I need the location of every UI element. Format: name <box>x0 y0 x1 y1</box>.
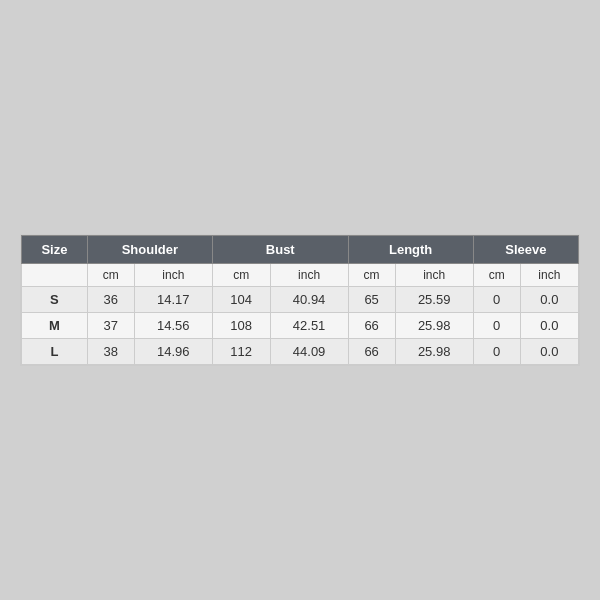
shoulder-cm-cell: 37 <box>87 313 134 339</box>
length-cm-header: cm <box>348 264 395 287</box>
table-row: S3614.1710440.946525.5900.0 <box>22 287 579 313</box>
shoulder-cm-header: cm <box>87 264 134 287</box>
length-inch-cell: 25.98 <box>395 339 473 365</box>
size-chart-container: Size Shoulder Bust Length Sleeve cm inch… <box>20 234 580 366</box>
bust-cm-header: cm <box>212 264 270 287</box>
size-chart-table: Size Shoulder Bust Length Sleeve cm inch… <box>21 235 579 365</box>
bust-cm-cell: 108 <box>212 313 270 339</box>
size-cell: S <box>22 287 88 313</box>
sleeve-cm-cell: 0 <box>473 339 520 365</box>
length-group-header: Length <box>348 236 473 264</box>
bust-inch-cell: 44.09 <box>270 339 348 365</box>
size-cell: M <box>22 313 88 339</box>
column-groups-row: Size Shoulder Bust Length Sleeve <box>22 236 579 264</box>
length-cm-cell: 65 <box>348 287 395 313</box>
sleeve-cm-header: cm <box>473 264 520 287</box>
size-cell: L <box>22 339 88 365</box>
bust-inch-cell: 42.51 <box>270 313 348 339</box>
subheader-row: cm inch cm inch cm inch cm inch <box>22 264 579 287</box>
length-inch-header: inch <box>395 264 473 287</box>
length-cm-cell: 66 <box>348 339 395 365</box>
bust-inch-cell: 40.94 <box>270 287 348 313</box>
bust-inch-header: inch <box>270 264 348 287</box>
bust-cm-cell: 104 <box>212 287 270 313</box>
shoulder-inch-header: inch <box>134 264 212 287</box>
sleeve-group-header: Sleeve <box>473 236 578 264</box>
table-row: L3814.9611244.096625.9800.0 <box>22 339 579 365</box>
shoulder-group-header: Shoulder <box>87 236 212 264</box>
shoulder-inch-cell: 14.56 <box>134 313 212 339</box>
shoulder-inch-cell: 14.17 <box>134 287 212 313</box>
length-cm-cell: 66 <box>348 313 395 339</box>
shoulder-inch-cell: 14.96 <box>134 339 212 365</box>
size-sub-header <box>22 264 88 287</box>
sleeve-inch-cell: 0.0 <box>520 313 578 339</box>
length-inch-cell: 25.98 <box>395 313 473 339</box>
sleeve-inch-cell: 0.0 <box>520 339 578 365</box>
sleeve-cm-cell: 0 <box>473 313 520 339</box>
bust-group-header: Bust <box>212 236 348 264</box>
sleeve-inch-header: inch <box>520 264 578 287</box>
sleeve-inch-cell: 0.0 <box>520 287 578 313</box>
shoulder-cm-cell: 38 <box>87 339 134 365</box>
bust-cm-cell: 112 <box>212 339 270 365</box>
size-group-header: Size <box>22 236 88 264</box>
shoulder-cm-cell: 36 <box>87 287 134 313</box>
length-inch-cell: 25.59 <box>395 287 473 313</box>
sleeve-cm-cell: 0 <box>473 287 520 313</box>
table-row: M3714.5610842.516625.9800.0 <box>22 313 579 339</box>
